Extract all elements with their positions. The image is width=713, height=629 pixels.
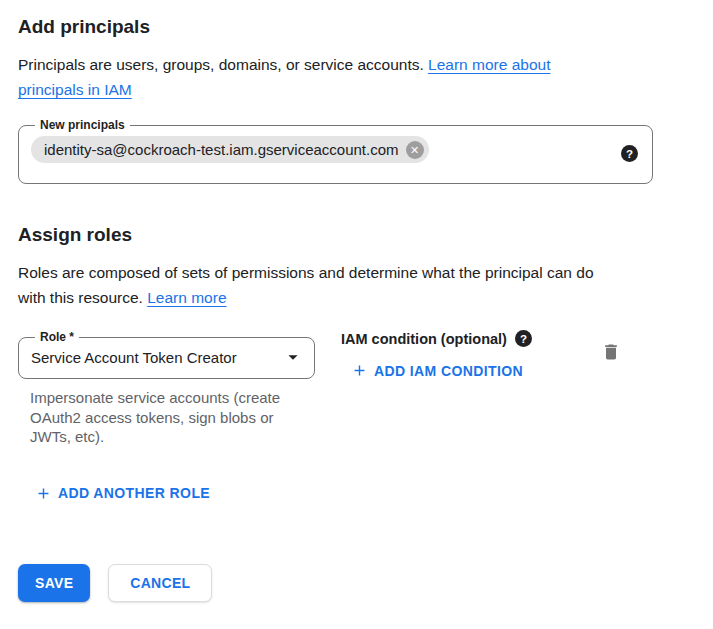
page-title: Add principals [18, 16, 695, 38]
principal-chip-label: identity-sa@cockroach-test.iam.gservicea… [44, 141, 399, 158]
trash-icon [601, 342, 621, 362]
close-icon: ✕ [410, 141, 419, 159]
chip-remove-button[interactable]: ✕ [406, 141, 424, 159]
principals-description-text: Principals are users, groups, domains, o… [18, 56, 424, 73]
plus-icon [35, 485, 52, 502]
new-principals-help-icon[interactable]: ? [621, 145, 638, 162]
add-principals-panel: Add principals Principals are users, gro… [0, 0, 713, 602]
role-column: Role * Service Account Token Creator Imp… [18, 330, 315, 447]
role-label: Role * [35, 330, 79, 344]
new-principals-label: New principals [35, 118, 130, 132]
add-another-role-button[interactable]: ADD ANOTHER ROLE [35, 485, 210, 502]
learn-more-roles-link[interactable]: Learn more [147, 289, 226, 306]
save-button[interactable]: SAVE [18, 564, 90, 602]
add-another-role-wrap: ADD ANOTHER ROLE [35, 485, 695, 506]
role-select[interactable]: Role * Service Account Token Creator [18, 330, 315, 379]
role-helper-text: Impersonate service accounts (create OAu… [30, 388, 315, 447]
delete-role-button[interactable] [601, 342, 621, 362]
new-principals-input[interactable]: New principals identity-sa@cockroach-tes… [18, 118, 653, 184]
dropdown-arrow-icon [282, 346, 304, 368]
role-selected-value: Service Account Token Creator [31, 349, 237, 366]
footer-actions: SAVE CANCEL [18, 564, 695, 602]
iam-condition-label: IAM condition (optional) [341, 331, 507, 347]
add-iam-condition-button[interactable]: ADD IAM CONDITION [351, 362, 523, 379]
principal-chip[interactable]: identity-sa@cockroach-test.iam.gservicea… [31, 136, 429, 163]
principals-description: Principals are users, groups, domains, o… [18, 52, 613, 102]
roles-description-text: Roles are composed of sets of permission… [18, 264, 594, 306]
cancel-button[interactable]: CANCEL [108, 564, 212, 602]
assign-roles-title: Assign roles [18, 224, 695, 246]
iam-condition-help-icon[interactable]: ? [515, 330, 532, 347]
role-row: Role * Service Account Token Creator Imp… [18, 330, 678, 447]
iam-condition-column: IAM condition (optional) ? ADD IAM CONDI… [341, 330, 532, 383]
chip-row: identity-sa@cockroach-test.iam.gservicea… [31, 136, 640, 163]
plus-icon [351, 362, 368, 379]
roles-description: Roles are composed of sets of permission… [18, 260, 613, 310]
